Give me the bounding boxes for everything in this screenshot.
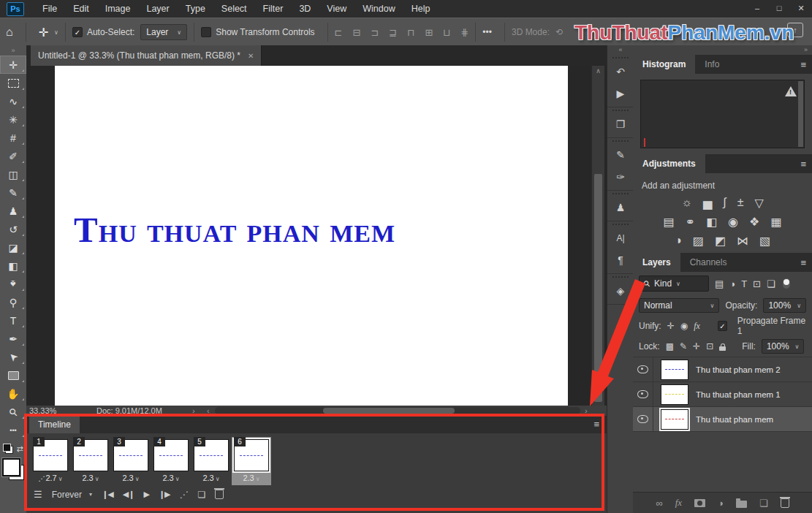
black-white-icon[interactable]: ◧ xyxy=(706,215,717,229)
layer-visibility-cell[interactable] xyxy=(633,382,653,406)
link-layers-icon[interactable]: ∞ xyxy=(656,498,662,509)
cached-data-warning-icon[interactable] xyxy=(785,86,797,96)
tool-type[interactable]: T xyxy=(0,311,26,330)
default-colors-icon[interactable] xyxy=(3,444,13,454)
swap-colors-icon[interactable]: ⇄ xyxy=(16,444,23,454)
tool-hand[interactable]: ✋ xyxy=(0,384,26,403)
add-mask-icon[interactable] xyxy=(694,499,705,507)
tool-path-selection[interactable]: ➤ xyxy=(0,348,26,366)
menu-type[interactable]: Type xyxy=(178,0,213,18)
canvas[interactable]: Thu thuat phan mem xyxy=(55,66,568,406)
filter-toggle-icon[interactable] xyxy=(783,278,790,289)
frame-duration[interactable]: 2.3∨ xyxy=(111,474,151,484)
posterize-icon[interactable]: ▨ xyxy=(693,234,704,248)
tab-adjustments[interactable]: Adjustments xyxy=(633,154,705,173)
tool-eyedropper[interactable]: ✐ xyxy=(0,147,26,165)
filter-image-icon[interactable]: ▤ xyxy=(715,278,724,289)
fill-field[interactable]: 100% ∨ xyxy=(762,339,805,354)
brush-settings-panel-icon[interactable]: ✎ xyxy=(607,144,634,166)
frame-duration[interactable]: 2.3∨ xyxy=(151,474,191,484)
new-adjustment-layer-icon[interactable]: ◑ xyxy=(718,498,724,509)
layer-row-selected[interactable]: Thu thuat phan mem xyxy=(633,407,812,432)
next-frame-button[interactable]: ❙▶ xyxy=(159,490,170,499)
more-options-icon[interactable]: ••• xyxy=(482,27,492,37)
toolbar-collapse-icon[interactable]: » xyxy=(0,45,26,56)
panels-collapse-icon[interactable]: » xyxy=(633,45,812,55)
play-button[interactable]: ▶ xyxy=(143,490,148,499)
align-right-icon[interactable]: ⊐ xyxy=(371,27,379,38)
tab-close-icon[interactable]: ✕ xyxy=(248,52,254,60)
distribute-icon[interactable]: ⋕ xyxy=(460,27,468,38)
menu-layer[interactable]: Layer xyxy=(138,0,177,18)
move-tool-icon[interactable]: ✛ xyxy=(39,26,48,39)
lock-transparency-icon[interactable]: ▩ xyxy=(666,341,674,352)
vibrance-icon[interactable]: ▽ xyxy=(754,196,763,210)
menu-3d[interactable]: 3D xyxy=(291,0,319,18)
align-center-h-icon[interactable]: ⊟ xyxy=(353,27,361,38)
layer-thumbnail[interactable] xyxy=(661,384,688,405)
vertical-scrollbar[interactable]: ∧ xyxy=(591,66,604,406)
layer-visibility-cell[interactable] xyxy=(633,357,653,381)
frame-duration[interactable]: ⋰2.7∨ xyxy=(31,474,70,484)
status-menu-chevron-icon[interactable]: › xyxy=(192,406,195,415)
tab-histogram[interactable]: Histogram xyxy=(633,55,695,74)
hue-saturation-icon[interactable]: ▤ xyxy=(663,215,674,229)
invert-icon[interactable]: ◑ xyxy=(675,234,682,248)
tool-blur[interactable]: ♠ xyxy=(0,275,26,293)
layer-thumbnail[interactable] xyxy=(661,360,688,380)
gradient-map-icon[interactable]: ⋈ xyxy=(737,234,748,248)
layer-style-icon[interactable]: fx xyxy=(675,497,682,509)
tab-info[interactable]: Info xyxy=(695,55,729,74)
scroll-right-icon[interactable]: › xyxy=(585,406,588,415)
horizontal-scrollbar-thumb[interactable] xyxy=(323,408,455,414)
tool-presets-panel-icon[interactable]: ✑ xyxy=(607,166,634,188)
selective-color-icon[interactable]: ▧ xyxy=(759,234,770,248)
zoom-level-field[interactable]: 33.33% xyxy=(29,406,56,415)
tool-eraser[interactable]: ◪ xyxy=(0,238,26,256)
menu-select[interactable]: Select xyxy=(213,0,255,18)
menu-edit[interactable]: Edit xyxy=(65,0,97,18)
layer-filter-dropdown[interactable]: ⚲ Kind ∨ xyxy=(639,276,709,292)
layer-visibility-cell[interactable] xyxy=(633,407,653,431)
menu-file[interactable]: File xyxy=(34,0,65,18)
tool-history-brush[interactable]: ↺ xyxy=(0,220,26,238)
delete-layer-icon[interactable] xyxy=(781,498,789,508)
align-middle-icon[interactable]: ⊞ xyxy=(425,27,433,38)
tool-crop[interactable]: # xyxy=(0,129,26,147)
levels-icon[interactable]: ▅ xyxy=(703,196,712,210)
dock-expand-icon[interactable]: « xyxy=(607,45,634,55)
unify-position-icon[interactable]: ✛ xyxy=(667,321,675,331)
delete-frame-icon[interactable] xyxy=(215,490,224,499)
frame-duration[interactable]: 2.3∨ xyxy=(191,474,231,484)
brightness-contrast-icon[interactable]: ☼ xyxy=(681,196,692,210)
unify-visibility-icon[interactable]: ◉ xyxy=(680,321,688,331)
home-icon[interactable]: ⌂ xyxy=(6,26,13,39)
tool-rectangular-marquee[interactable] xyxy=(0,74,26,92)
maximize-button[interactable]: □ xyxy=(768,0,790,16)
libraries-panel-icon[interactable]: ❐ xyxy=(607,113,634,135)
menu-image[interactable]: Image xyxy=(97,0,139,18)
blend-mode-dropdown[interactable]: Normal ∨ xyxy=(639,298,719,313)
new-layer-icon[interactable]: ❏ xyxy=(759,498,768,509)
color-balance-icon[interactable]: ⚭ xyxy=(686,215,695,229)
lock-position-icon[interactable]: ✛ xyxy=(693,341,700,352)
tool-clone-stamp[interactable]: ♟ xyxy=(0,202,26,220)
tool-quick-selection[interactable]: ✳ xyxy=(0,110,26,129)
menu-window[interactable]: Window xyxy=(354,0,403,18)
panel-menu-icon[interactable]: ≡ xyxy=(593,419,599,430)
tool-gradient[interactable]: ◧ xyxy=(0,256,26,275)
menu-view[interactable]: View xyxy=(319,0,354,18)
edit-toolbar-button[interactable]: ••• xyxy=(0,421,26,439)
show-transform-checkbox[interactable] xyxy=(201,27,211,37)
channel-mixer-icon[interactable]: ❖ xyxy=(749,215,759,229)
tool-pen[interactable]: ✒ xyxy=(0,330,26,348)
frame-duration[interactable]: 2.3∨ xyxy=(232,474,271,484)
frame-5[interactable]: 5 2.3∨ xyxy=(191,437,231,485)
color-lookup-icon[interactable]: ▦ xyxy=(770,215,781,229)
horizontal-scrollbar[interactable] xyxy=(215,407,580,414)
photo-filter-icon[interactable]: ◉ xyxy=(728,215,738,229)
align-justify-icon[interactable]: ⊒ xyxy=(389,27,397,38)
filter-smart-object-icon[interactable]: ❏ xyxy=(767,278,775,289)
duplicate-frame-button[interactable]: ❏ xyxy=(198,490,206,500)
lock-pixels-icon[interactable]: ✎ xyxy=(680,341,687,352)
